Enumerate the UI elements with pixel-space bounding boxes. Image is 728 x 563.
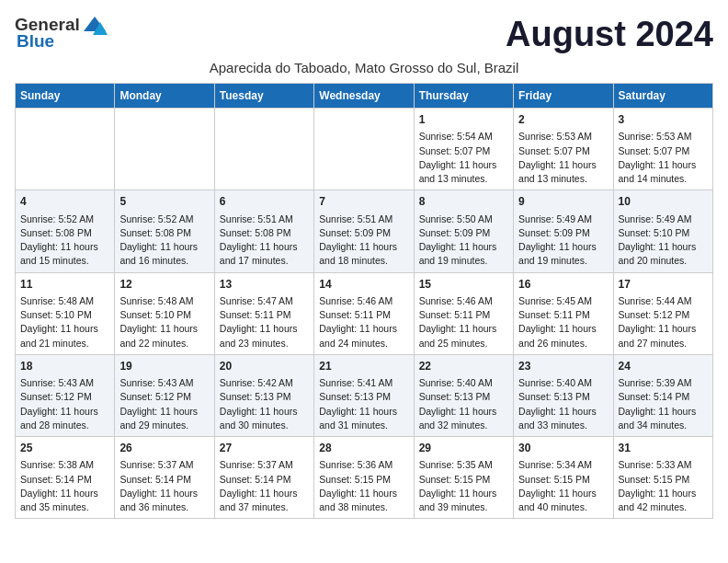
cell-content-line: Sunrise: 5:44 AM <box>619 294 708 308</box>
cell-content-line: and 30 minutes. <box>220 419 309 432</box>
cell-content-line: Daylight: 11 hours <box>518 240 608 254</box>
col-header-wednesday: Wednesday <box>314 84 414 109</box>
calendar-cell <box>214 109 313 190</box>
day-number: 18 <box>20 359 109 374</box>
cell-content-line: Sunset: 5:14 PM <box>20 473 109 487</box>
calendar-cell: 23Sunrise: 5:40 AMSunset: 5:13 PMDayligh… <box>514 354 613 436</box>
calendar-cell: 21Sunrise: 5:41 AMSunset: 5:13 PMDayligh… <box>314 354 414 436</box>
calendar-cell: 20Sunrise: 5:42 AMSunset: 5:13 PMDayligh… <box>214 354 313 436</box>
cell-content-line: Daylight: 11 hours <box>319 487 408 500</box>
cell-content-line: Sunset: 5:10 PM <box>619 226 708 240</box>
cell-content-line: Sunrise: 5:47 AM <box>220 294 309 308</box>
logo: General Blue <box>15 15 108 52</box>
cell-content-line: Daylight: 11 hours <box>518 158 608 172</box>
cell-content-line: and 42 minutes. <box>619 500 708 514</box>
cell-content-line: Sunset: 5:07 PM <box>518 144 608 158</box>
cell-content-line: Sunset: 5:11 PM <box>319 308 408 322</box>
calendar-cell: 28Sunrise: 5:36 AMSunset: 5:15 PMDayligh… <box>314 437 414 519</box>
cell-content-line: Daylight: 11 hours <box>619 158 708 172</box>
cell-content-line: and 39 minutes. <box>419 500 508 514</box>
cell-content-line: Sunrise: 5:52 AM <box>119 213 209 226</box>
cell-content-line: Daylight: 11 hours <box>20 405 109 419</box>
calendar-cell: 24Sunrise: 5:39 AMSunset: 5:14 PMDayligh… <box>613 354 712 436</box>
cell-content-line: Daylight: 11 hours <box>518 487 608 500</box>
cell-content-line: Sunset: 5:09 PM <box>518 226 608 240</box>
day-number: 31 <box>619 441 708 456</box>
day-number: 25 <box>20 441 109 456</box>
cell-content-line: and 22 minutes. <box>119 337 209 350</box>
cell-content-line: Daylight: 11 hours <box>220 405 309 419</box>
cell-content-line: Daylight: 11 hours <box>619 322 708 336</box>
calendar-cell: 16Sunrise: 5:45 AMSunset: 5:11 PMDayligh… <box>514 272 613 354</box>
cell-content-line: Daylight: 11 hours <box>119 487 209 500</box>
calendar-week-row: 4Sunrise: 5:52 AMSunset: 5:08 PMDaylight… <box>16 190 713 272</box>
cell-content-line: and 18 minutes. <box>319 254 408 268</box>
cell-content-line: and 37 minutes. <box>220 500 309 514</box>
cell-content-line: Sunset: 5:13 PM <box>220 390 309 404</box>
cell-content-line: Sunset: 5:08 PM <box>119 226 209 240</box>
calendar-cell: 8Sunrise: 5:50 AMSunset: 5:09 PMDaylight… <box>414 190 513 272</box>
col-header-thursday: Thursday <box>414 84 513 109</box>
cell-content-line: Daylight: 11 hours <box>419 322 508 336</box>
col-header-monday: Monday <box>115 84 214 109</box>
cell-content-line: and 13 minutes. <box>518 172 608 186</box>
cell-content-line: Daylight: 11 hours <box>319 240 408 254</box>
calendar-week-row: 25Sunrise: 5:38 AMSunset: 5:14 PMDayligh… <box>16 437 713 519</box>
day-number: 26 <box>119 441 209 456</box>
day-number: 20 <box>220 359 309 374</box>
cell-content-line: Sunset: 5:10 PM <box>20 308 109 322</box>
calendar-cell: 17Sunrise: 5:44 AMSunset: 5:12 PMDayligh… <box>613 272 712 354</box>
cell-content-line: Daylight: 11 hours <box>419 487 508 500</box>
cell-content-line: Daylight: 11 hours <box>619 240 708 254</box>
day-number: 2 <box>518 112 608 128</box>
cell-content-line: Sunrise: 5:41 AM <box>319 376 408 390</box>
cell-content-line: Sunrise: 5:36 AM <box>319 458 408 472</box>
cell-content-line: and 20 minutes. <box>619 254 708 268</box>
cell-content-line: Sunrise: 5:51 AM <box>220 213 309 226</box>
calendar-week-row: 11Sunrise: 5:48 AMSunset: 5:10 PMDayligh… <box>16 272 713 354</box>
calendar-cell: 26Sunrise: 5:37 AMSunset: 5:14 PMDayligh… <box>115 437 214 519</box>
day-number: 19 <box>119 359 209 374</box>
cell-content-line: Sunset: 5:11 PM <box>518 308 608 322</box>
cell-content-line: Sunset: 5:09 PM <box>319 226 408 240</box>
cell-content-line: Sunrise: 5:43 AM <box>20 376 109 390</box>
cell-content-line: and 16 minutes. <box>119 254 209 268</box>
calendar-cell: 5Sunrise: 5:52 AMSunset: 5:08 PMDaylight… <box>115 190 214 272</box>
cell-content-line: and 33 minutes. <box>518 419 608 432</box>
cell-content-line: Sunrise: 5:48 AM <box>20 294 109 308</box>
day-number: 14 <box>319 277 408 293</box>
calendar-cell: 14Sunrise: 5:46 AMSunset: 5:11 PMDayligh… <box>314 272 414 354</box>
cell-content-line: and 31 minutes. <box>319 419 408 432</box>
cell-content-line: Sunrise: 5:50 AM <box>419 213 508 226</box>
day-number: 16 <box>518 277 608 293</box>
cell-content-line: and 28 minutes. <box>20 419 109 432</box>
calendar-cell: 27Sunrise: 5:37 AMSunset: 5:14 PMDayligh… <box>214 437 313 519</box>
cell-content-line: Sunset: 5:07 PM <box>619 144 708 158</box>
calendar-cell: 19Sunrise: 5:43 AMSunset: 5:12 PMDayligh… <box>115 354 214 436</box>
cell-content-line: Sunrise: 5:46 AM <box>319 294 408 308</box>
cell-content-line: Sunset: 5:13 PM <box>319 390 408 404</box>
cell-content-line: Sunset: 5:15 PM <box>319 473 408 487</box>
cell-content-line: Daylight: 11 hours <box>319 322 408 336</box>
cell-content-line: Sunrise: 5:45 AM <box>518 294 608 308</box>
cell-content-line: and 21 minutes. <box>20 337 109 350</box>
cell-content-line: and 19 minutes. <box>518 254 608 268</box>
cell-content-line: Daylight: 11 hours <box>119 405 209 419</box>
col-header-friday: Friday <box>514 84 613 109</box>
cell-content-line: Sunset: 5:10 PM <box>119 308 209 322</box>
day-number: 22 <box>419 359 508 374</box>
day-number: 6 <box>220 194 309 210</box>
cell-content-line: Sunrise: 5:51 AM <box>319 213 408 226</box>
cell-content-line: Sunrise: 5:53 AM <box>518 130 608 144</box>
calendar-cell <box>115 109 214 190</box>
cell-content-line: Sunrise: 5:48 AM <box>119 294 209 308</box>
cell-content-line: Sunrise: 5:46 AM <box>419 294 508 308</box>
day-number: 9 <box>518 194 608 210</box>
day-number: 4 <box>20 194 109 210</box>
cell-content-line: Daylight: 11 hours <box>119 322 209 336</box>
col-header-sunday: Sunday <box>16 84 115 109</box>
calendar-cell: 12Sunrise: 5:48 AMSunset: 5:10 PMDayligh… <box>115 272 214 354</box>
day-number: 5 <box>119 194 209 210</box>
calendar-cell: 4Sunrise: 5:52 AMSunset: 5:08 PMDaylight… <box>16 190 115 272</box>
cell-content-line: Sunset: 5:13 PM <box>518 390 608 404</box>
